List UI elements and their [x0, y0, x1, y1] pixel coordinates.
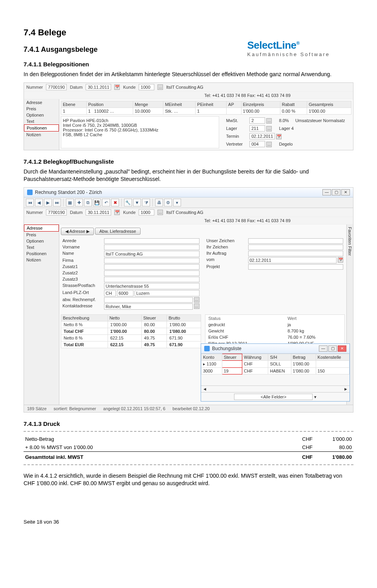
first-record-icon[interactable]: ⏮ [26, 199, 34, 206]
mwst-pct: 8.0% [277, 117, 292, 124]
undo-icon[interactable]: ↶ [102, 199, 110, 206]
sidebar-item-optionen[interactable]: Optionen [24, 238, 59, 244]
print-mwst-val: 80.00 [314, 443, 353, 452]
lookup-icon[interactable]: … [194, 297, 199, 303]
more-icon[interactable]: ▾ [173, 199, 181, 206]
datum-field[interactable]: 30.11.2011 [86, 84, 111, 90]
calendar-icon[interactable]: 📅 [276, 134, 282, 139]
lookup-icon[interactable]: … [157, 210, 163, 215]
lookup-icon[interactable]: … [157, 84, 163, 90]
print-netto-label: Netto-Betrag [24, 435, 267, 443]
print-netto-val: 1'000.00 [314, 435, 353, 443]
save-icon[interactable]: 💾 [93, 199, 101, 206]
firma-field[interactable] [104, 258, 199, 263]
kunde-field[interactable]: 1000 [139, 84, 154, 90]
minimize-button[interactable]: — [322, 189, 331, 195]
mwst-field[interactable]: 2 [249, 117, 265, 124]
last-record-icon[interactable]: ⏭ [53, 199, 61, 206]
ort-field[interactable]: Luzern [135, 290, 199, 296]
scroll-left-icon[interactable]: ◄ [203, 387, 207, 391]
termin-label: Termin [224, 133, 247, 140]
settings-icon[interactable]: ⚙ [164, 199, 172, 206]
print-total-val: 1'080.00 [314, 451, 353, 461]
steuer-column: Steuer [222, 354, 242, 360]
print-icon[interactable]: 🖶 [155, 199, 163, 206]
close-button[interactable]: ✕ [338, 345, 346, 352]
sidebar-item-notizen[interactable]: Notizen [24, 131, 59, 138]
col-peinheit: PEinheit [196, 101, 227, 108]
nummer-field[interactable]: 7700190 [46, 209, 67, 215]
zusatz3-field[interactable] [104, 277, 199, 282]
calendar-icon[interactable]: 📅 [114, 84, 120, 90]
table-row[interactable]: 1 1 110002 … 10.0000 Stk. … 1 1'000.00 0… [61, 108, 351, 114]
sidebar-item-text[interactable]: Text [24, 118, 59, 124]
sidebar-item-notizen[interactable]: Notizen [24, 257, 59, 263]
zusatz2-field[interactable] [104, 270, 199, 276]
para-3: Wie in 4.4.1.2 ersichtlich, wurde in die… [24, 472, 353, 488]
sidebar-item-preis[interactable]: Preis [24, 106, 59, 112]
funnel-icon[interactable]: ⧩ [142, 199, 150, 206]
table-row[interactable]: ▸ 1100 CHF SOLL 1'080.00 [201, 360, 350, 367]
calendar-icon[interactable]: 📅 [338, 257, 343, 263]
sidebar-item-positionen[interactable]: Positionen [24, 250, 59, 257]
delete-icon[interactable]: ✖ [111, 199, 119, 206]
name-label: Name [62, 251, 102, 257]
tab-lieferadresse[interactable]: Abw. Lieferadresse [95, 228, 141, 235]
termin-field[interactable]: 02.12.2011 [249, 133, 275, 139]
app-icon [27, 190, 33, 195]
abw-field[interactable] [104, 297, 193, 303]
grid-icon[interactable]: ▦ [66, 199, 74, 206]
maximize-button[interactable]: ▢ [328, 345, 337, 352]
vom-label: vom [207, 257, 246, 263]
nummer-field[interactable]: 7700190 [46, 84, 67, 90]
lookup-icon[interactable]: … [266, 126, 272, 131]
unserzeichen-field[interactable] [248, 238, 344, 244]
tel-fax: Tel: +41 41 033 74 88 Fax: +41 41 033 74… [204, 218, 291, 223]
next-record-icon[interactable]: ▶ [44, 199, 52, 206]
calendar-icon[interactable]: 📅 [114, 210, 120, 215]
projekt-field[interactable] [248, 264, 344, 270]
datum-field[interactable]: 30.11.2011 [86, 209, 111, 215]
new-icon[interactable]: ✚ [75, 199, 83, 206]
sidebar-item-positionen[interactable]: Positionen [24, 124, 59, 131]
scroll-right-icon[interactable]: ► [344, 387, 348, 391]
minimize-button[interactable]: — [319, 345, 328, 352]
table-row[interactable]: 3000 19 CHF HABEN 1'080.00 150 [201, 367, 350, 374]
sidebar-item-text[interactable]: Text [24, 244, 59, 250]
strasse-field[interactable]: Unterlachenstrasse 55 [104, 283, 199, 289]
name-field[interactable]: ItsIT Consulting AG [104, 251, 199, 257]
sidebar-item-preis[interactable]: Preis [24, 232, 59, 238]
vom-field[interactable]: 02.12.2011 [248, 257, 337, 263]
lager-txt: Lager 4 [277, 125, 351, 132]
zusatz3-label: Zusatz3 [62, 277, 102, 282]
ihrauftrag-field[interactable] [248, 251, 344, 256]
dropdown-icon[interactable]: ▾ [314, 394, 317, 399]
lookup-icon[interactable]: … [266, 142, 272, 147]
kunde-field[interactable]: 1000 [139, 209, 154, 215]
filter-icon[interactable]: ▼ [133, 199, 141, 206]
sidebar-item-adresse[interactable]: Adresse [24, 225, 59, 232]
lookup-icon[interactable]: … [266, 118, 272, 124]
sidebar-item-optionen[interactable]: Optionen [24, 112, 59, 118]
anrede-field[interactable] [104, 238, 199, 244]
table-row: Netto 8 %1'000.0080.001'080.00 [61, 321, 201, 328]
vertreter-field[interactable]: 004 [249, 141, 265, 147]
land-field[interactable]: CH [104, 290, 116, 296]
status-edited: bearbeitet 02.12.20 [172, 406, 210, 411]
firma-label: Firma [62, 258, 102, 263]
zusatz1-field[interactable] [104, 264, 199, 270]
filter-field[interactable]: <Alle Felder> [234, 394, 313, 400]
tool-icon[interactable]: 🔧 [124, 199, 132, 206]
copy-icon[interactable]: ⧉ [84, 199, 92, 206]
kontakt-field[interactable]: Rohner, Mike [104, 303, 193, 310]
lookup-icon[interactable]: … [194, 303, 199, 309]
close-button[interactable]: ✕ [341, 189, 350, 195]
tab-adresse[interactable]: ◀ Adresse ▶ [61, 228, 94, 235]
sidebar-item-adresse[interactable]: Adresse [24, 99, 59, 106]
ihrzeichen-field[interactable] [248, 245, 344, 250]
vorname-field[interactable] [104, 245, 199, 250]
plz-field[interactable]: 6000 [117, 290, 134, 296]
prev-record-icon[interactable]: ◀ [35, 199, 43, 206]
maximize-button[interactable]: ▢ [332, 189, 340, 195]
lager-field[interactable]: 211 [249, 125, 265, 131]
